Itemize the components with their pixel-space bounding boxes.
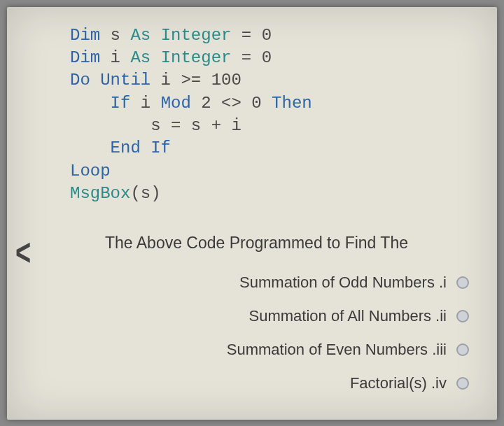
code-block: Dim s As Integer = 0 Dim i As Integer = …: [70, 24, 476, 206]
radio-icon[interactable]: [456, 276, 469, 289]
option-iv[interactable]: Factorial(s) .iv: [28, 374, 469, 392]
option-iii[interactable]: Summation of Even Numbers .iii: [28, 341, 469, 359]
keyword: Then: [272, 94, 312, 113]
code-text: i: [100, 48, 130, 67]
radio-icon[interactable]: [456, 377, 469, 390]
option-label: Summation of Even Numbers .iii: [227, 341, 447, 359]
code-text: = 0: [231, 48, 272, 67]
keyword: Dim: [70, 48, 100, 67]
quiz-screen: < Dim s As Integer = 0 Dim i As Integer …: [7, 7, 497, 420]
keyword: End If: [111, 139, 171, 157]
keyword: Do Until: [70, 71, 150, 90]
keyword: Mod: [161, 94, 191, 113]
back-arrow-icon[interactable]: <: [15, 232, 31, 274]
keyword: Dim: [70, 26, 100, 45]
code-text: i >= 100: [150, 71, 241, 90]
code-text: s: [100, 26, 130, 45]
option-ii[interactable]: Summation of All Numbers .ii: [28, 307, 469, 325]
code-text: i: [130, 94, 160, 113]
keyword: If: [111, 94, 131, 113]
function: MsgBox: [70, 184, 130, 203]
code-text: 2 <> 0: [191, 94, 272, 113]
code-text: s = s + i: [70, 116, 241, 135]
radio-icon[interactable]: [456, 343, 469, 356]
radio-icon[interactable]: [456, 310, 469, 322]
option-label: Summation of Odd Numbers .i: [239, 274, 447, 292]
option-label: Factorial(s) .iv: [350, 374, 447, 392]
type: As Integer: [130, 48, 231, 67]
option-i[interactable]: Summation of Odd Numbers .i: [28, 274, 469, 292]
question-text: The Above Code Programmed to Find The: [105, 234, 476, 253]
keyword: Loop: [70, 162, 111, 180]
code-text: = 0: [231, 26, 272, 45]
option-label: Summation of All Numbers .ii: [249, 307, 447, 325]
options-list: Summation of Odd Numbers .i Summation of…: [28, 274, 476, 392]
type: As Integer: [130, 26, 231, 45]
code-text: (s): [130, 184, 160, 203]
